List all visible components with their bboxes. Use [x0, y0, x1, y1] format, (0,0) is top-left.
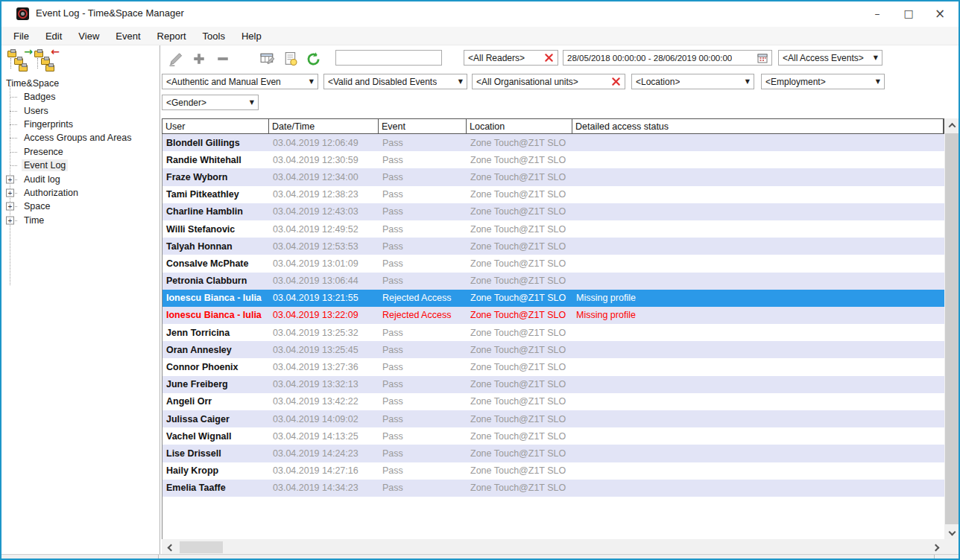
- sidebar-item-access-groups-and-areas[interactable]: Access Groups and Areas: [6, 131, 155, 144]
- validity-filter[interactable]: <Valid and Disabled Events ▼: [323, 74, 467, 89]
- horizontal-scroll-thumb[interactable]: [180, 541, 223, 553]
- org-units-filter[interactable]: <All Organisational units>: [472, 74, 625, 89]
- menu-help[interactable]: Help: [233, 31, 270, 42]
- location-filter[interactable]: <Location> ▼: [631, 74, 754, 89]
- menu-view[interactable]: View: [70, 31, 107, 42]
- cell-location: Zone Touch@Z1T SLO: [467, 168, 572, 185]
- table-row[interactable]: Angeli Orr03.04.2019 13:42:22PassZone To…: [162, 393, 944, 410]
- scroll-down-button[interactable]: [944, 525, 960, 539]
- menu-event[interactable]: Event: [107, 31, 148, 42]
- readers-filter[interactable]: <All Readers>: [464, 50, 558, 66]
- expand-icon[interactable]: +: [6, 175, 14, 183]
- sidebar-item-users[interactable]: Users: [6, 104, 155, 117]
- cell-event: Pass: [379, 220, 467, 238]
- table-row[interactable]: Emelia Taaffe03.04.2019 14:34:23PassZone…: [162, 480, 944, 497]
- menu-edit[interactable]: Edit: [37, 31, 70, 42]
- column-header-date-time[interactable]: Date/Time: [269, 119, 379, 133]
- cell-status: [572, 341, 944, 358]
- vertical-scrollbar[interactable]: [944, 118, 960, 539]
- sidebar-root[interactable]: Time&Space: [6, 76, 155, 90]
- menu-report[interactable]: Report: [149, 31, 195, 42]
- cell-datetime: 03.04.2019 13:22:09: [269, 307, 379, 324]
- import-tree-icon[interactable]: ←: [34, 48, 58, 71]
- folder-icon: [7, 51, 16, 57]
- sidebar-item-fingerprints[interactable]: Fingerprints: [6, 118, 155, 131]
- employment-filter[interactable]: <Employment> ▼: [761, 74, 885, 89]
- add-button[interactable]: [189, 48, 209, 69]
- access-events-filter[interactable]: <All Access Events> ▼: [778, 50, 882, 66]
- close-button[interactable]: ×: [924, 1, 956, 25]
- expand-icon[interactable]: +: [6, 216, 14, 224]
- calendar-icon[interactable]: [757, 53, 768, 63]
- cell-user: Angeli Orr: [162, 393, 269, 410]
- folder-icon: [45, 65, 54, 71]
- gender-value: <Gender>: [166, 98, 206, 108]
- refresh-button[interactable]: [303, 48, 323, 69]
- search-input[interactable]: [335, 50, 442, 66]
- sidebar-item-label: Audit log: [22, 174, 63, 185]
- table-row[interactable]: Connor Phoenix03.04.2019 13:27:36PassZon…: [162, 358, 944, 375]
- table-row[interactable]: Randie Whitehall03.04.2019 12:30:59PassZ…: [162, 151, 944, 168]
- table-row[interactable]: Haily Kropp03.04.2019 14:27:16PassZone T…: [162, 462, 944, 480]
- table-row[interactable]: Tami Pitkeathley03.04.2019 12:38:23PassZ…: [162, 186, 944, 203]
- table-row[interactable]: Consalve McPhate03.04.2019 13:01:09PassZ…: [162, 255, 944, 272]
- tree-branch-line: [10, 97, 17, 98]
- edit-button[interactable]: [165, 48, 186, 69]
- sidebar-item-event-log[interactable]: Event Log: [6, 159, 155, 172]
- horizontal-scrollbar[interactable]: [162, 539, 944, 556]
- table-row[interactable]: Charline Hamblin03.04.2019 12:43:03PassZ…: [162, 203, 944, 220]
- table-row[interactable]: Petronia Clabburn03.04.2019 13:06:44Pass…: [162, 273, 944, 290]
- cell-location: Zone Touch@Z1T SLO: [467, 238, 572, 255]
- table-row[interactable]: Blondell Gillings03.04.2019 12:06:49Pass…: [162, 134, 944, 151]
- sidebar-item-badges[interactable]: Badges: [6, 90, 155, 104]
- vertical-scroll-thumb[interactable]: [945, 133, 959, 524]
- table-row[interactable]: Julissa Caiger03.04.2019 14:09:02PassZon…: [162, 410, 944, 427]
- chevron-down-icon: ▼: [458, 78, 463, 85]
- sidebar-item-audit-log[interactable]: +Audit log: [6, 172, 155, 185]
- sidebar-item-space[interactable]: +Space: [6, 200, 155, 213]
- sidebar-item-label: Users: [22, 105, 51, 117]
- pane-divider[interactable]: [160, 45, 160, 556]
- tree-line: [10, 58, 11, 69]
- maximize-button[interactable]: □: [893, 1, 924, 25]
- tree-items: BadgesUsersFingerprintsAccess Groups and…: [6, 90, 155, 227]
- column-header-user[interactable]: User: [162, 119, 269, 133]
- table-row[interactable]: Lise Drissell03.04.2019 14:24:23PassZone…: [162, 445, 944, 462]
- sidebar-item-authorization[interactable]: +Authorization: [6, 186, 155, 200]
- menu-file[interactable]: File: [5, 31, 37, 42]
- date-range-filter[interactable]: 28/05/2018 00:00:00 - 28/06/2019 00:00:0…: [563, 50, 772, 66]
- export-tree-icon[interactable]: →: [7, 48, 31, 71]
- gender-filter[interactable]: <Gender> ▼: [162, 95, 259, 110]
- minimize-button[interactable]: –: [862, 1, 893, 25]
- expand-icon[interactable]: +: [6, 203, 14, 211]
- table-row[interactable]: Jenn Torricina03.04.2019 13:25:32PassZon…: [162, 324, 944, 341]
- table-row[interactable]: Ionescu Bianca - Iulia03.04.2019 13:21:5…: [162, 290, 944, 307]
- sidebar-item-label: Access Groups and Areas: [22, 132, 134, 144]
- expand-icon[interactable]: +: [6, 188, 14, 197]
- menu-tools[interactable]: Tools: [195, 31, 233, 42]
- event-type-filter[interactable]: <Authentic and Manual Even ▼: [162, 74, 318, 89]
- sidebar-item-time[interactable]: +Time: [6, 214, 155, 227]
- validity-value: <Valid and Disabled Events: [328, 77, 437, 87]
- table-row[interactable]: Fraze Wyborn03.04.2019 12:34:00PassZone …: [162, 168, 944, 185]
- report-button[interactable]: [257, 48, 278, 69]
- clear-filter-icon[interactable]: [611, 77, 621, 86]
- preview-button[interactable]: [280, 48, 301, 69]
- table-row[interactable]: Willi Stefanovic03.04.2019 12:49:52PassZ…: [162, 220, 944, 238]
- scroll-right-button[interactable]: [928, 539, 943, 556]
- cell-event: Rejected Access: [379, 307, 467, 324]
- scroll-up-button[interactable]: [944, 118, 960, 133]
- remove-button[interactable]: [212, 48, 233, 69]
- clear-filter-icon[interactable]: [544, 53, 554, 63]
- cell-user: Vachel Wignall: [162, 427, 269, 445]
- table-row[interactable]: June Freiberg03.04.2019 13:32:13PassZone…: [162, 376, 944, 393]
- sidebar-item-presence[interactable]: Presence: [6, 145, 155, 159]
- table-row[interactable]: Vachel Wignall03.04.2019 14:13:25PassZon…: [162, 427, 944, 445]
- table-row[interactable]: Talyah Honnan03.04.2019 12:53:53PassZone…: [162, 238, 944, 255]
- column-header-detailed-access-status[interactable]: Detailed access status: [572, 119, 944, 133]
- scroll-left-button[interactable]: [163, 539, 178, 556]
- column-header-location[interactable]: Location: [467, 119, 572, 133]
- column-header-event[interactable]: Event: [379, 119, 467, 133]
- table-row[interactable]: Ionescu Bianca - Iulia03.04.2019 13:22:0…: [162, 307, 944, 324]
- table-row[interactable]: Oran Annesley03.04.2019 13:25:45PassZone…: [162, 341, 944, 358]
